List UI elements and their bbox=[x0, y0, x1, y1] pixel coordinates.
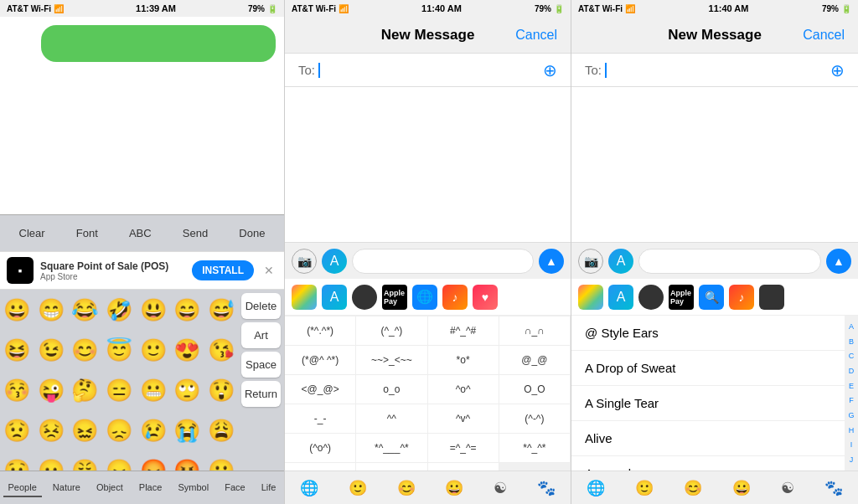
emoji-cell[interactable]: 😉 bbox=[34, 330, 69, 370]
emoticon-item[interactable]: A Single Tear bbox=[571, 386, 845, 421]
kaomoji-cell[interactable]: ∩_∩ bbox=[499, 316, 571, 346]
emoji-cell[interactable]: 😖 bbox=[68, 410, 102, 450]
emoji-cell[interactable]: 😣 bbox=[34, 410, 69, 450]
message-input-2[interactable] bbox=[352, 249, 534, 274]
kaomoji-cell[interactable]: @_@ bbox=[499, 346, 571, 375]
kaomoji-cell[interactable]: ^v^ bbox=[428, 404, 499, 434]
emoji-cell[interactable]: 😍 bbox=[170, 330, 204, 370]
kaomoji-cell[interactable]: *o* bbox=[428, 346, 499, 375]
yin-nav-icon-2[interactable]: ☯ bbox=[494, 479, 507, 497]
alpha-index-item[interactable]: I bbox=[850, 440, 853, 449]
smiley2-nav-icon-2[interactable]: 😊 bbox=[397, 479, 416, 497]
emoticon-item[interactable]: Amazed bbox=[571, 456, 845, 471]
yin-nav-icon-3[interactable]: ☯ bbox=[781, 479, 794, 497]
appstore-app-icon-2[interactable]: A bbox=[322, 285, 347, 310]
send-button-3[interactable]: ▲ bbox=[826, 249, 851, 274]
emoji-cell[interactable]: 😩 bbox=[204, 410, 238, 450]
kaomoji-cell[interactable]: #^_^# bbox=[428, 316, 499, 346]
music-circle-icon-2[interactable] bbox=[352, 285, 377, 310]
emoji-cell[interactable]: 😑 bbox=[102, 370, 137, 410]
kaomoji-cell[interactable]: (^-^) bbox=[499, 404, 571, 434]
delete-kaomoji-button[interactable]: ⌫ bbox=[499, 463, 571, 471]
space-button[interactable]: Space bbox=[241, 352, 281, 378]
install-button[interactable]: INSTALL bbox=[192, 260, 254, 280]
emoji-cell[interactable]: 😠 bbox=[102, 450, 137, 471]
photos-icon-2[interactable] bbox=[292, 285, 317, 310]
emoticon-item[interactable]: A Drop of Sweat bbox=[571, 351, 845, 386]
search-icon-3[interactable]: 🔍 bbox=[699, 285, 724, 310]
send-button-2[interactable]: ▲ bbox=[539, 249, 564, 274]
alpha-index-item[interactable]: J bbox=[850, 455, 854, 464]
emoji-cell[interactable]: 😅 bbox=[204, 290, 238, 330]
dark-icon-3[interactable] bbox=[759, 285, 784, 310]
kaomoji-cell[interactable]: ~~>_<~~ bbox=[356, 346, 427, 375]
cancel-button-3[interactable]: Cancel bbox=[803, 28, 845, 43]
emoji-cell[interactable]: 😀 bbox=[0, 290, 34, 330]
emoji-cell[interactable]: 😭 bbox=[170, 410, 204, 450]
kaomoji-cell[interactable]: (^o^) bbox=[285, 434, 356, 463]
smile-nav-icon-2[interactable]: 😀 bbox=[445, 479, 463, 497]
apple-pay-icon-3[interactable]: Apple Pay bbox=[669, 285, 694, 310]
kaomoji-cell[interactable]: <@_@> bbox=[285, 375, 356, 404]
smiley2-nav-icon-3[interactable]: 😊 bbox=[684, 479, 702, 497]
alpha-index-item[interactable]: G bbox=[848, 411, 854, 419]
camera-icon-3[interactable]: 📷 bbox=[578, 249, 603, 274]
emoji-cell[interactable]: 🙂 bbox=[136, 330, 170, 370]
emoji-cell[interactable]: 😘 bbox=[204, 330, 238, 370]
alpha-index-item[interactable]: E bbox=[849, 382, 854, 390]
emoji-cell[interactable]: 😇 bbox=[102, 330, 137, 370]
emoji-cell[interactable]: ☹️ bbox=[204, 450, 238, 471]
globe-icon-2[interactable]: 🌐 bbox=[412, 285, 437, 310]
emoji-cell[interactable]: 🤔 bbox=[68, 370, 102, 410]
smiley-nav-icon-2[interactable]: 🙂 bbox=[349, 479, 367, 497]
kaomoji-cell[interactable]: +_+ bbox=[356, 463, 427, 471]
emoji-cell[interactable]: 🤬 bbox=[170, 450, 204, 471]
emoji-cell[interactable]: 🙄 bbox=[170, 370, 204, 410]
kaomoji-cell[interactable]: (^_^) bbox=[356, 316, 427, 346]
emoji-cell[interactable]: 😲 bbox=[204, 370, 238, 410]
category-object[interactable]: Object bbox=[91, 479, 128, 497]
camera-icon-2[interactable]: 📷 bbox=[292, 249, 317, 274]
emoji-cell[interactable]: 😚 bbox=[0, 370, 34, 410]
music-icon-3[interactable]: ♪ bbox=[729, 285, 754, 310]
emoji-cell[interactable]: 😄 bbox=[170, 290, 204, 330]
music-circle-icon-3[interactable] bbox=[638, 285, 664, 310]
photos-icon-3[interactable] bbox=[578, 285, 603, 310]
smile-nav-icon-3[interactable]: 😀 bbox=[732, 479, 751, 497]
kaomoji-cell[interactable]: -_- bbox=[285, 404, 356, 434]
emoji-cell[interactable]: 😦 bbox=[34, 450, 69, 471]
emoji-cell[interactable]: 😧 bbox=[0, 450, 34, 471]
emoji-cell[interactable]: 😬 bbox=[136, 370, 170, 410]
emoji-cell[interactable]: 😢 bbox=[136, 410, 170, 450]
emoji-cell[interactable]: 😆 bbox=[0, 330, 34, 370]
kaomoji-cell[interactable]: O_O bbox=[499, 375, 571, 404]
smiley-nav-icon-3[interactable]: 🙂 bbox=[635, 479, 654, 497]
kaomoji-cell[interactable]: o_o bbox=[356, 375, 427, 404]
category-symbol[interactable]: Symbol bbox=[173, 479, 214, 497]
category-people[interactable]: People bbox=[3, 479, 42, 497]
alpha-index-item[interactable]: H bbox=[849, 426, 855, 435]
apple-pay-icon-2[interactable]: Apple Pay bbox=[382, 285, 407, 310]
clear-button[interactable]: Clear bbox=[14, 224, 50, 243]
kaomoji-cell[interactable]: ^^ bbox=[356, 404, 427, 434]
art-button[interactable]: Art bbox=[241, 322, 281, 348]
paw-nav-icon-3[interactable]: 🐾 bbox=[824, 479, 843, 497]
emoji-cell[interactable]: 😟 bbox=[0, 410, 34, 450]
kaomoji-cell[interactable]: ?_? bbox=[428, 463, 499, 471]
add-recipient-button-3[interactable]: ⊕ bbox=[830, 60, 845, 80]
appstore-icon-2[interactable]: A bbox=[322, 249, 347, 274]
paw-nav-icon-2[interactable]: 🐾 bbox=[537, 479, 556, 497]
delete-button[interactable]: Delete bbox=[241, 293, 281, 319]
kaomoji-cell[interactable]: ^o^ bbox=[428, 375, 499, 404]
add-recipient-button-2[interactable]: ⊕ bbox=[543, 60, 557, 80]
close-ad-icon[interactable]: ✕ bbox=[261, 262, 277, 279]
emoji-cell[interactable]: 😞 bbox=[102, 410, 137, 450]
emoji-cell[interactable]: 😁 bbox=[34, 290, 69, 330]
font-button[interactable]: Font bbox=[71, 224, 103, 243]
send-button[interactable]: Send bbox=[178, 224, 213, 243]
kaomoji-cell[interactable]: (*@^ ^*) bbox=[285, 346, 356, 375]
emoji-cell[interactable]: 😜 bbox=[34, 370, 69, 410]
globe-nav-icon-2[interactable]: 🌐 bbox=[300, 479, 318, 497]
emoticon-item[interactable]: Alive bbox=[571, 421, 845, 456]
emoji-cell[interactable]: 😃 bbox=[136, 290, 170, 330]
